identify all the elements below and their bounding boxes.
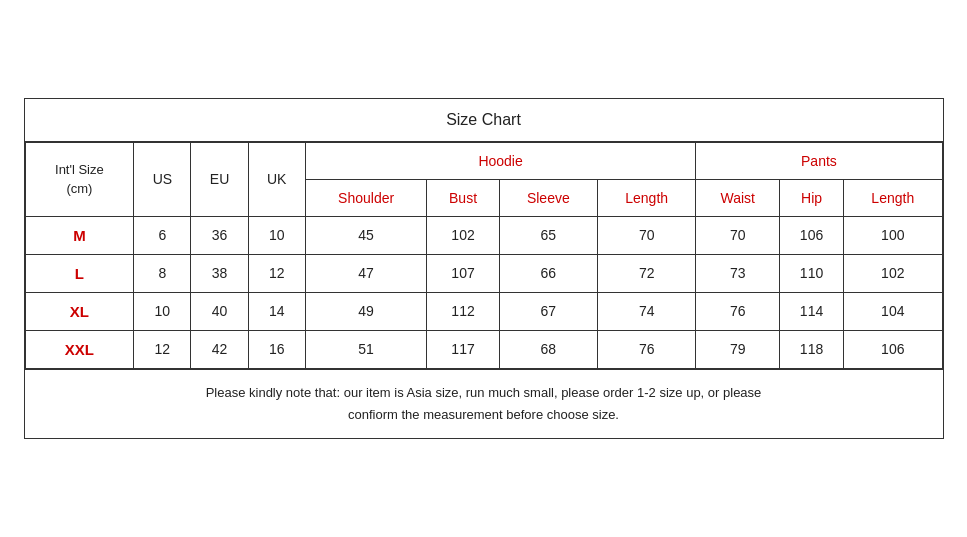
sleeve-cell: 67: [499, 292, 597, 330]
bust-cell: 117: [427, 330, 499, 368]
uk-cell: 12: [248, 254, 305, 292]
size-cell: XL: [25, 292, 134, 330]
us-cell: 6: [134, 216, 191, 254]
bust-cell: 112: [427, 292, 499, 330]
us-cell: 8: [134, 254, 191, 292]
hip-cell: 114: [780, 292, 844, 330]
h-length-cell: 70: [598, 216, 696, 254]
hoodie-length-header: Length: [598, 179, 696, 216]
eu-header: EU: [191, 142, 248, 216]
table-row: XL10401449112677476114104: [25, 292, 942, 330]
hip-cell: 110: [780, 254, 844, 292]
sleeve-header: Sleeve: [499, 179, 597, 216]
waist-cell: 73: [696, 254, 780, 292]
waist-cell: 76: [696, 292, 780, 330]
hip-cell: 106: [780, 216, 844, 254]
intl-size-header: Int'l Size(cm): [25, 142, 134, 216]
shoulder-cell: 47: [305, 254, 427, 292]
table-body: M6361045102657070106100L8381247107667273…: [25, 216, 942, 368]
p-length-cell: 102: [844, 254, 942, 292]
bust-header: Bust: [427, 179, 499, 216]
hip-cell: 118: [780, 330, 844, 368]
eu-cell: 36: [191, 216, 248, 254]
pants-length-header: Length: [844, 179, 942, 216]
size-table: Int'l Size(cm) US EU UK Hoodie Pants Sho…: [25, 142, 943, 369]
table-row: M6361045102657070106100: [25, 216, 942, 254]
uk-cell: 14: [248, 292, 305, 330]
page-title: Size Chart: [25, 99, 943, 142]
eu-cell: 40: [191, 292, 248, 330]
pants-category-header: Pants: [696, 142, 942, 179]
shoulder-cell: 49: [305, 292, 427, 330]
footnote: Please kindly note that: our item is Asi…: [25, 369, 943, 438]
table-row: L8381247107667273110102: [25, 254, 942, 292]
size-chart-container: Size Chart Int'l Size(cm) US EU UK Hoodi…: [24, 98, 944, 439]
waist-cell: 70: [696, 216, 780, 254]
uk-cell: 16: [248, 330, 305, 368]
group-header-row: Int'l Size(cm) US EU UK Hoodie Pants: [25, 142, 942, 179]
eu-cell: 42: [191, 330, 248, 368]
shoulder-cell: 45: [305, 216, 427, 254]
size-cell: XXL: [25, 330, 134, 368]
footnote-line1: Please kindly note that: our item is Asi…: [206, 385, 762, 400]
bust-cell: 102: [427, 216, 499, 254]
p-length-cell: 100: [844, 216, 942, 254]
waist-header: Waist: [696, 179, 780, 216]
p-length-cell: 104: [844, 292, 942, 330]
waist-cell: 79: [696, 330, 780, 368]
h-length-cell: 72: [598, 254, 696, 292]
size-cell: M: [25, 216, 134, 254]
sleeve-cell: 68: [499, 330, 597, 368]
h-length-cell: 74: [598, 292, 696, 330]
us-cell: 12: [134, 330, 191, 368]
shoulder-header: Shoulder: [305, 179, 427, 216]
uk-header: UK: [248, 142, 305, 216]
shoulder-cell: 51: [305, 330, 427, 368]
us-header: US: [134, 142, 191, 216]
sleeve-cell: 65: [499, 216, 597, 254]
eu-cell: 38: [191, 254, 248, 292]
footnote-line2: confiorm the measurement before choose s…: [348, 407, 619, 422]
us-cell: 10: [134, 292, 191, 330]
table-row: XXL12421651117687679118106: [25, 330, 942, 368]
h-length-cell: 76: [598, 330, 696, 368]
bust-cell: 107: [427, 254, 499, 292]
hoodie-category-header: Hoodie: [305, 142, 696, 179]
size-cell: L: [25, 254, 134, 292]
hip-header: Hip: [780, 179, 844, 216]
sleeve-cell: 66: [499, 254, 597, 292]
uk-cell: 10: [248, 216, 305, 254]
p-length-cell: 106: [844, 330, 942, 368]
